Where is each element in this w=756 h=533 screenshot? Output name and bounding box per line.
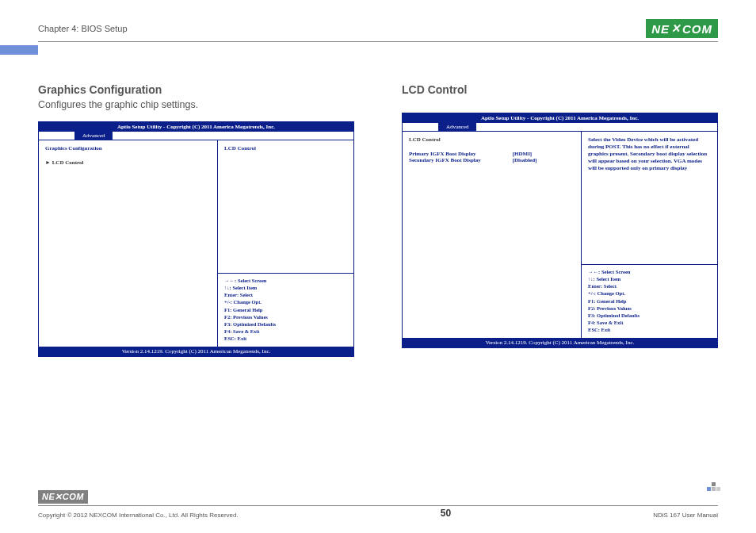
bios-tab-advanced[interactable]: Advanced xyxy=(74,132,113,140)
bios-title-bar: Aptio Setup Utility - Copyright (C) 2011… xyxy=(39,122,353,132)
copyright-text: Copyright © 2012 NEXCOM International Co… xyxy=(38,512,239,519)
manual-name: NDiS 167 User Manual xyxy=(653,512,718,519)
bios-help-pane: LCD Control →←: Select Screen ↑↓: Select… xyxy=(217,140,353,347)
bios-menu-lcd-control[interactable]: ► LCD Control xyxy=(45,159,211,166)
bios-footer-bar: Version 2.14.1219. Copyright (C) 2011 Am… xyxy=(403,338,717,347)
bios-screenshot-graphics: Aptio Setup Utility - Copyright (C) 2011… xyxy=(38,121,354,357)
bios-tab-row: Advanced xyxy=(403,123,717,132)
footer-logo: NE✕COM xyxy=(38,490,88,504)
bios-option-primary-igfx[interactable]: Primary IGFX Boot Display [HDMI] xyxy=(409,151,575,157)
option-label: Primary IGFX Boot Display xyxy=(409,151,513,157)
key-hint: F4: Save & Exit xyxy=(588,319,711,326)
corner-squares-icon xyxy=(707,481,720,492)
bios-main-pane: Graphics Configuration ► LCD Control xyxy=(39,140,217,347)
bios-key-legend: →←: Select Screen ↑↓: Select Item Enter:… xyxy=(588,268,711,333)
bios-help-pane: Select the Video Device which will be ac… xyxy=(581,132,717,338)
key-hint: +/-: Change Opt. xyxy=(224,298,347,305)
left-column: Graphics Configuration Configures the gr… xyxy=(38,83,354,357)
bios-title-bar: Aptio Setup Utility - Copyright (C) 2011… xyxy=(403,113,717,123)
logo-x-icon: ✕ xyxy=(671,21,682,36)
bios-screenshot-lcd: Aptio Setup Utility - Copyright (C) 2011… xyxy=(402,113,718,348)
nexcom-logo: NE✕COM xyxy=(646,19,718,38)
bios-footer-bar: Version 2.14.1219. Copyright (C) 2011 Am… xyxy=(39,347,353,356)
bios-tab-advanced[interactable]: Advanced xyxy=(438,123,476,131)
side-tab-mark xyxy=(0,45,38,55)
key-hint: F2: Previous Values xyxy=(588,305,711,312)
option-label: Secondary IGFX Boot Display xyxy=(409,157,513,163)
key-hint: Enter: Select xyxy=(224,291,347,298)
page-footer: NE✕COM Copyright © 2012 NEXCOM Internati… xyxy=(38,489,718,519)
key-hint: F1: General Help xyxy=(588,297,711,305)
key-hint: ESC: Exit xyxy=(588,326,711,333)
bios-main-pane: LCD Control Primary IGFX Boot Display [H… xyxy=(403,132,581,338)
option-value: [Disabled] xyxy=(513,157,575,163)
page-header: Chapter 4: BIOS Setup NE✕COM xyxy=(38,19,718,42)
bios-key-legend: →←: Select Screen ↑↓: Select Item Enter:… xyxy=(224,277,347,342)
key-hint: ESC: Exit xyxy=(224,335,347,342)
key-hint: F3: Optimized Defaults xyxy=(224,320,347,328)
right-column: LCD Control Aptio Setup Utility - Copyri… xyxy=(402,83,718,357)
key-hint: F2: Previous Values xyxy=(224,313,347,320)
page-number: 50 xyxy=(441,508,451,519)
key-hint: Enter: Select xyxy=(588,282,711,290)
bios-option-secondary-igfx[interactable]: Secondary IGFX Boot Display [Disabled] xyxy=(409,157,575,163)
bios-help-text: LCD Control xyxy=(224,145,347,270)
chapter-label: Chapter 4: BIOS Setup xyxy=(38,24,128,33)
key-hint: →←: Select Screen xyxy=(224,277,347,284)
bios-tab-row: Advanced xyxy=(39,132,353,140)
key-hint: F3: Optimized Defaults xyxy=(588,312,711,319)
key-hint: →←: Select Screen xyxy=(588,268,711,275)
key-hint: F1: General Help xyxy=(224,306,347,313)
key-hint: +/-: Change Opt. xyxy=(588,290,711,297)
bios-heading: LCD Control xyxy=(409,136,575,143)
section-title-graphics: Graphics Configuration xyxy=(38,83,354,96)
section-desc-graphics: Configures the graphic chip settings. xyxy=(38,99,354,110)
key-hint: ↑↓: Select Item xyxy=(224,284,347,291)
bios-help-text: Select the Video Device which will be ac… xyxy=(588,136,711,261)
bios-heading: Graphics Configuration xyxy=(45,145,211,151)
option-value: [HDMI] xyxy=(513,151,575,157)
section-title-lcd: LCD Control xyxy=(402,83,718,96)
key-hint: ↑↓: Select Item xyxy=(588,275,711,282)
key-hint: F4: Save & Exit xyxy=(224,328,347,335)
